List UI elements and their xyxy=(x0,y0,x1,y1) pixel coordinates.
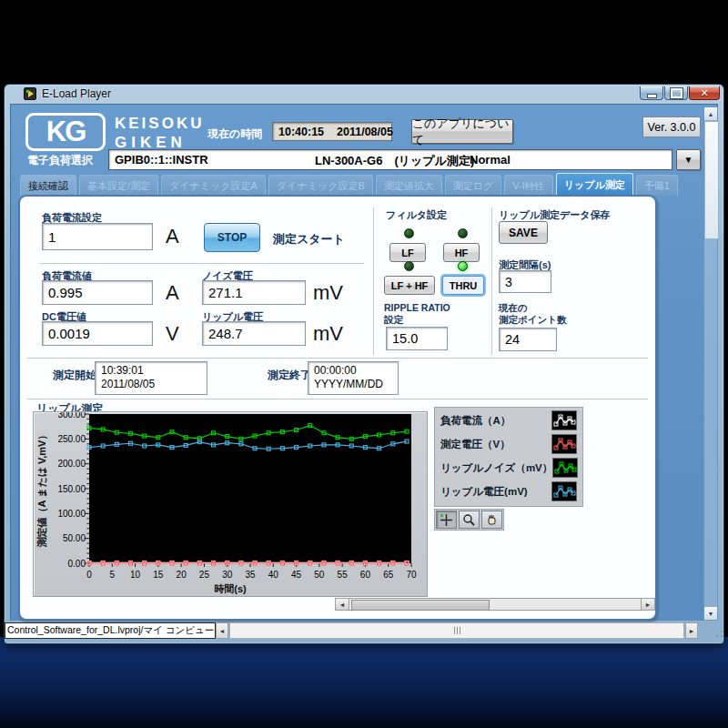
scrollbar-thumb[interactable] xyxy=(704,121,719,239)
lfhf-button[interactable]: LF + HF xyxy=(384,276,435,295)
measure-end-time-label: 測定終了 xyxy=(268,368,311,383)
tab-bar: 接続確認 基本設定/測定 ダイナミック設定A ダイナミック設定B 測定値拡大 測… xyxy=(20,175,678,196)
svg-text:50.00: 50.00 xyxy=(63,533,86,543)
divider xyxy=(27,399,648,399)
clock-date: 2011/08/05 xyxy=(337,126,393,138)
scroll-up-icon[interactable]: ▲ xyxy=(704,107,717,121)
legend-item-ripple-voltage[interactable]: リップル電圧(mV) xyxy=(435,480,582,503)
divider xyxy=(373,207,374,355)
brand-name: KEISOKU GIKEN xyxy=(115,114,204,152)
minimize-button[interactable] xyxy=(640,86,663,100)
svg-text:30: 30 xyxy=(222,570,233,580)
chart-x-scrollbar[interactable]: ◄ ► xyxy=(335,598,655,611)
legend-line-icon xyxy=(551,410,577,430)
scroll-right-icon[interactable]: ► xyxy=(641,599,654,610)
panel-vertical-scrollbar[interactable]: ▲ ▼ xyxy=(703,106,718,621)
hf-button[interactable]: HF xyxy=(443,243,480,262)
clock-label: 現在の時間 xyxy=(207,126,262,142)
device-dropdown-button[interactable]: ▼ xyxy=(676,149,701,170)
pan-tool-button[interactable] xyxy=(481,511,502,529)
divider xyxy=(40,263,364,264)
scrollbar-thumb[interactable] xyxy=(351,600,490,611)
about-button[interactable]: このアプリについて xyxy=(411,119,513,144)
noise-voltage-value: 271.1 xyxy=(202,280,306,305)
hand-icon xyxy=(485,513,499,527)
device-resource: GPIB0::1::INSTR xyxy=(115,153,208,167)
lf-led xyxy=(404,228,414,238)
close-button[interactable]: ✕ xyxy=(689,86,720,100)
svg-text:100.00: 100.00 xyxy=(57,509,86,519)
clock-time: 10:40:15 xyxy=(278,126,324,138)
scrollbar-grip[interactable] xyxy=(453,627,461,634)
ripple-ratio-input[interactable]: 15.0 xyxy=(386,327,448,350)
svg-text:40: 40 xyxy=(268,570,279,580)
chart-x-axis-label: 時間(s) xyxy=(33,582,428,596)
device-select-label: 電子負荷選択 xyxy=(27,153,93,168)
legend-item-ripple-noise[interactable]: リップルノイズ（mV） xyxy=(435,456,582,480)
svg-text:50: 50 xyxy=(314,570,325,580)
measure-start-time-label: 測定開始 xyxy=(53,368,96,383)
scroll-left-icon[interactable]: ◄ xyxy=(336,599,349,610)
graph-palette xyxy=(434,509,504,531)
svg-text:65: 65 xyxy=(383,570,394,580)
tab-basic-settings[interactable]: 基本設定/測定 xyxy=(79,175,158,196)
svg-text:35: 35 xyxy=(245,570,256,580)
tab-connection-check[interactable]: 接続確認 xyxy=(20,175,76,196)
legend-line-icon xyxy=(552,458,578,478)
window-title: E-Load Player xyxy=(42,87,111,100)
measure-start-label: 測定スタート xyxy=(273,231,345,248)
tab-spare1[interactable]: 予備1 xyxy=(636,175,678,196)
tab-dynamic-b[interactable]: ダイナミック設定B xyxy=(268,175,373,196)
chart-legend: 負荷電流（A） 測定電圧（V） リップルノイズ（mV） リップル電圧(mV) xyxy=(434,407,583,507)
window-resize-grip[interactable] xyxy=(710,626,723,637)
load-current-value: 0.995 xyxy=(42,280,153,305)
tab-vi-characteristics[interactable]: V-I特性 xyxy=(504,175,552,196)
minimize-icon xyxy=(647,94,657,98)
cursor-crosshair-button[interactable] xyxy=(436,511,457,529)
thru-led xyxy=(458,261,468,271)
legend-line-icon xyxy=(551,434,577,454)
device-combobox[interactable]: GPIB0::1::INSTR LN-300A-G6 (リップル測定) Norm… xyxy=(108,149,672,170)
device-mode: Normal xyxy=(470,153,511,167)
zoom-tool-button[interactable] xyxy=(459,511,480,529)
svg-text:45: 45 xyxy=(291,570,302,580)
tab-measure-zoom[interactable]: 測定値拡大 xyxy=(376,175,442,196)
tab-ripple-measurement[interactable]: リップル測定 xyxy=(556,173,633,196)
interval-input[interactable]: 3 xyxy=(499,270,551,293)
svg-text:250.00: 250.00 xyxy=(57,434,86,444)
maximize-button[interactable] xyxy=(664,86,688,100)
project-status-text: Control_Software_for_DL.lvproj/マイ コンピュータ xyxy=(5,622,216,639)
svg-text:5: 5 xyxy=(110,570,116,580)
load-current-set-input[interactable]: 1 xyxy=(42,223,153,250)
hscroll-left-button[interactable]: ◄ xyxy=(216,622,228,639)
svg-text:150.00: 150.00 xyxy=(57,484,86,494)
measure-end-time: 00:00:00 YYYY/MM/DD xyxy=(308,361,399,395)
svg-text:20: 20 xyxy=(177,570,187,580)
load-current-set-unit: A xyxy=(166,225,179,248)
points-label: 現在の 測定ポイント数 xyxy=(499,302,566,326)
hscroll-right-button[interactable]: ► xyxy=(685,622,698,639)
scroll-down-icon[interactable]: ▼ xyxy=(704,606,717,620)
legend-line-icon xyxy=(551,481,577,501)
tab-measure-log[interactable]: 測定ログ xyxy=(445,175,502,196)
ripple-voltage-value: 248.7 xyxy=(202,321,306,346)
panel-horizontal-scrollbar[interactable] xyxy=(229,622,684,639)
svg-text:10: 10 xyxy=(130,570,141,580)
svg-text:15: 15 xyxy=(153,570,164,580)
dc-voltage-unit: V xyxy=(166,322,179,346)
version-badge: Ver. 3.0.0 xyxy=(642,116,701,137)
save-button[interactable]: SAVE xyxy=(499,221,548,244)
noise-voltage-unit: mV xyxy=(313,281,343,305)
save-label: リップル測定データ保存 xyxy=(499,208,611,222)
device-model: LN-300A-G6 (リップル測定) xyxy=(315,153,474,169)
filter-label: フィルタ設定 xyxy=(386,208,447,222)
legend-item-measured-voltage[interactable]: 測定電圧（V） xyxy=(435,432,582,456)
thru-button[interactable]: THRU xyxy=(442,276,484,295)
lf-button[interactable]: LF xyxy=(389,243,426,262)
ripple-ratio-label: RIPPLE RATIO 設定 xyxy=(384,302,450,326)
divider xyxy=(491,207,492,355)
tab-dynamic-a[interactable]: ダイナミック設定A xyxy=(161,175,266,196)
stop-button[interactable]: STOP xyxy=(204,223,260,252)
legend-item-load-current[interactable]: 負荷電流（A） xyxy=(435,409,582,432)
chevron-down-icon: ▼ xyxy=(684,155,693,165)
